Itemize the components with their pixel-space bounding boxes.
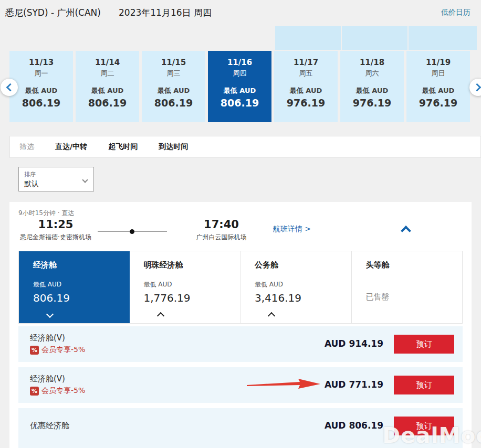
filter-departure-time[interactable]: 起飞时间 (108, 142, 138, 152)
route-title: 悉尼(SYD) - 广州(CAN) (5, 7, 101, 19)
price-label: 806.19 (142, 97, 205, 109)
timeline-dot-icon (130, 229, 134, 234)
sort-dropdown[interactable]: 排序 默认 (18, 167, 94, 191)
min-aud-label: 最低 AUD (33, 280, 130, 289)
chevron-down-icon (46, 311, 54, 318)
book-button[interactable]: 预订 (394, 376, 454, 394)
filter-label: 筛选 (19, 142, 34, 152)
dealmoon-watermark: DealMoon (382, 423, 481, 448)
fare-name: 经济舱(V) (30, 374, 65, 384)
departure-time: 11:25 (15, 218, 97, 231)
annotation-arrow-icon (247, 378, 323, 391)
price-label: 806.19 (9, 97, 73, 109)
weekday-label: 周日 (406, 69, 470, 78)
date-card-11-13[interactable]: 11/13 周一 最低 AUD 806.19 (9, 51, 73, 122)
low-price-calendar-link[interactable]: 低价日历 (441, 8, 470, 17)
chevron-up-icon (156, 312, 164, 319)
calendar-ghost-cell (275, 26, 341, 50)
min-aud-label: 最低 AUD (9, 86, 73, 95)
chevron-up-icon (268, 312, 275, 319)
date-card-11-18[interactable]: 11/18 周六 最低 AUD 976.19 (340, 51, 404, 122)
date-card-11-16-selected[interactable]: 11/16 周四 最低 AUD 806.19 (208, 51, 271, 122)
price-label: 806.19 (76, 97, 139, 109)
collapse-chevron-up-icon[interactable] (401, 226, 411, 236)
weekday-label: 周二 (76, 69, 139, 78)
tab-economy[interactable]: 经济舱 最低 AUD 806.19 (19, 251, 130, 323)
min-aud-label: 最低 AUD (340, 86, 404, 95)
chevron-right-icon (473, 83, 481, 92)
tab-business[interactable]: 公务舱 最低 AUD 3,416.19 (240, 251, 352, 323)
flight-timeline (98, 229, 167, 234)
min-aud-label: 最低 AUD (144, 280, 240, 289)
percent-coupon-icon: % (30, 387, 39, 396)
filter-direct-transfer[interactable]: 直达/中转 (55, 142, 87, 152)
weekday-label: 周四 (208, 69, 271, 78)
chevron-left-icon (6, 83, 15, 92)
date-label: 11/17 (274, 58, 338, 67)
tab-first-class[interactable]: 头等舱 已售罄 (352, 251, 463, 323)
cabin-tabs: 经济舱 最低 AUD 806.19 明珠经济舱 最低 AUD 1,776.19 … (18, 251, 463, 324)
fare-price: AUD 806.19 (325, 420, 383, 431)
date-carousel: 11/13 周一 最低 AUD 806.19 11/14 周二 最低 AUD 8… (9, 51, 470, 122)
sort-label: 排序 (24, 170, 88, 178)
weekday-label: 周一 (9, 69, 73, 78)
member-promo: % 会员专享-5% (30, 345, 85, 355)
price-label: 976.19 (274, 97, 338, 109)
weekday-label: 周三 (142, 69, 205, 78)
departure-airport: 悉尼金斯福德·史密斯机场 (15, 233, 97, 242)
min-aud-label: 最低 AUD (274, 86, 338, 95)
tab-premium-economy[interactable]: 明珠经济舱 最低 AUD 1,776.19 (130, 251, 241, 323)
flight-duration: 9小时15分钟 · 直达 (18, 209, 74, 218)
arrival-time: 17:40 (186, 218, 257, 231)
weekday-label: 周六 (340, 69, 404, 78)
date-label: 11/13 (9, 58, 73, 67)
header-date: 2023年11月16日 周四 (119, 7, 212, 19)
date-card-11-17[interactable]: 11/17 周五 最低 AUD 976.19 (274, 51, 338, 122)
price-label: 976.19 (406, 97, 470, 109)
cabin-price: 3,416.19 (255, 292, 351, 304)
cabin-price: 806.19 (33, 292, 130, 304)
member-promo: % 会员专享-5% (30, 386, 85, 396)
calendar-ghost-cell (409, 26, 477, 50)
soldout-label: 已售罄 (366, 292, 463, 302)
min-aud-label: 最低 AUD (208, 86, 271, 95)
filter-arrival-time[interactable]: 到达时间 (159, 142, 188, 152)
flight-details-link[interactable]: 航班详情 > (273, 225, 311, 234)
fare-name: 优惠经济舱 (30, 421, 69, 431)
cabin-name: 明珠经济舱 (144, 260, 240, 270)
min-aud-label: 最低 AUD (255, 280, 351, 289)
fare-name: 经济舱(V) (30, 333, 65, 343)
fare-row: 经济舱(V) % 会员专享-5% AUD 914.19 预订 (18, 326, 463, 362)
flight-result-card: 9小时15分钟 · 直达 11:25 悉尼金斯福德·史密斯机场 17:40 广州… (9, 202, 472, 448)
date-label: 11/14 (76, 58, 139, 67)
cabin-name: 头等舱 (366, 260, 463, 270)
carousel-next-button[interactable] (469, 79, 481, 96)
weekday-label: 周五 (274, 69, 338, 78)
date-label: 11/15 (142, 58, 205, 67)
date-label: 11/16 (208, 58, 271, 67)
fare-row: 经济舱(V) % 会员专享-5% AUD 771.19 预订 (18, 367, 463, 403)
min-aud-label: 最低 AUD (76, 86, 139, 95)
min-aud-label: 最低 AUD (406, 86, 470, 95)
sort-value: 默认 (24, 179, 88, 189)
date-card-11-15[interactable]: 11/15 周三 最低 AUD 806.19 (142, 51, 205, 122)
fare-price: AUD 914.19 (325, 338, 383, 349)
price-label: 806.19 (208, 97, 271, 109)
date-card-11-19[interactable]: 11/19 周日 最低 AUD 976.19 (406, 51, 470, 122)
arrival-block: 17:40 广州白云国际机场 (186, 218, 257, 242)
carousel-prev-button[interactable] (1, 79, 18, 96)
calendar-ghost-cell (342, 26, 407, 50)
promo-label: 会员专享-5% (41, 345, 85, 355)
fare-price: AUD 771.19 (325, 379, 383, 390)
date-label: 11/18 (340, 58, 404, 67)
cabin-price: 1,776.19 (144, 292, 240, 304)
book-button[interactable]: 预订 (394, 335, 454, 354)
date-label: 11/19 (406, 58, 470, 67)
percent-coupon-icon: % (30, 346, 39, 355)
departure-block: 11:25 悉尼金斯福德·史密斯机场 (15, 218, 97, 242)
filter-bar: 筛选 直达/中转 起飞时间 到达时间 (9, 136, 481, 158)
price-label: 976.19 (340, 97, 404, 109)
cabin-name: 经济舱 (33, 260, 130, 270)
date-card-11-14[interactable]: 11/14 周二 最低 AUD 806.19 (76, 51, 139, 122)
arrival-airport: 广州白云国际机场 (186, 233, 257, 242)
